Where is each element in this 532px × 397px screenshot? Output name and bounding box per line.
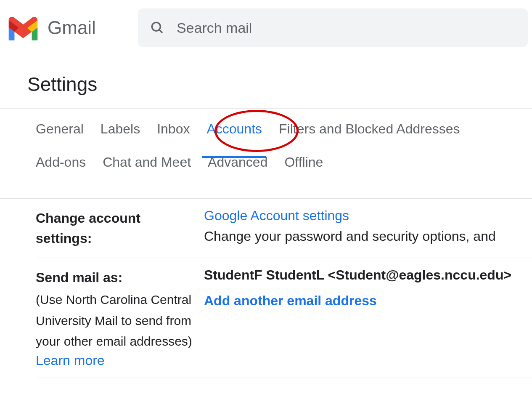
send-mail-as-label-col: Send mail as: (Use North Carolina Centra… (36, 267, 196, 368)
app-name: Gmail (48, 17, 96, 38)
tab-chat[interactable]: Chat and Meet (103, 155, 191, 173)
tab-advanced[interactable]: Advanced (208, 155, 267, 173)
content-area: Settings General Labels Inbox Accounts F… (0, 60, 532, 378)
settings-body: Change account settings: Google Account … (0, 199, 532, 378)
tab-general[interactable]: General (36, 121, 84, 139)
tab-offline[interactable]: Offline (284, 155, 323, 173)
logo-area[interactable]: Gmail (6, 15, 96, 40)
app-header: Gmail (0, 0, 532, 60)
tab-labels[interactable]: Labels (101, 121, 140, 139)
svg-point-0 (152, 22, 160, 31)
change-account-label-col: Change account settings: (36, 208, 196, 248)
change-account-value-col: Google Account settings Change your pass… (204, 208, 532, 248)
tabs-row-1: General Labels Inbox Accounts Filters an… (36, 121, 532, 139)
search-icon (151, 21, 164, 35)
change-account-label: Change account settings: (36, 208, 196, 248)
tab-addons[interactable]: Add-ons (36, 155, 86, 173)
add-another-email-link[interactable]: Add another email address (204, 293, 377, 308)
tab-filters[interactable]: Filters and Blocked Addresses (279, 121, 460, 139)
google-account-settings-link[interactable]: Google Account settings (204, 208, 349, 223)
tab-accounts[interactable]: Accounts (206, 121, 262, 139)
change-account-description: Change your password and security option… (204, 226, 532, 246)
settings-tabs: General Labels Inbox Accounts Filters an… (0, 109, 532, 199)
change-account-row: Change account settings: Google Account … (36, 199, 532, 258)
send-mail-as-value-col: StudentF StudentL <Student@eagles.nccu.e… (204, 267, 532, 368)
svg-line-1 (159, 30, 162, 33)
search-input[interactable] (177, 20, 515, 36)
search-bar[interactable] (138, 8, 528, 47)
send-mail-as-sublabel: (Use North Carolina Central University M… (36, 289, 196, 352)
send-mail-as-row: Send mail as: (Use North Carolina Centra… (36, 258, 532, 378)
tab-inbox[interactable]: Inbox (157, 121, 190, 139)
learn-more-link[interactable]: Learn more (36, 353, 105, 368)
page-title: Settings (0, 60, 532, 109)
tabs-row-2: Add-ons Chat and Meet Advanced Offline (36, 155, 532, 173)
send-mail-as-label: Send mail as: (36, 267, 196, 288)
email-identity: StudentF StudentL <Student@eagles.nccu.e… (204, 267, 532, 283)
gmail-logo-icon (6, 15, 40, 40)
